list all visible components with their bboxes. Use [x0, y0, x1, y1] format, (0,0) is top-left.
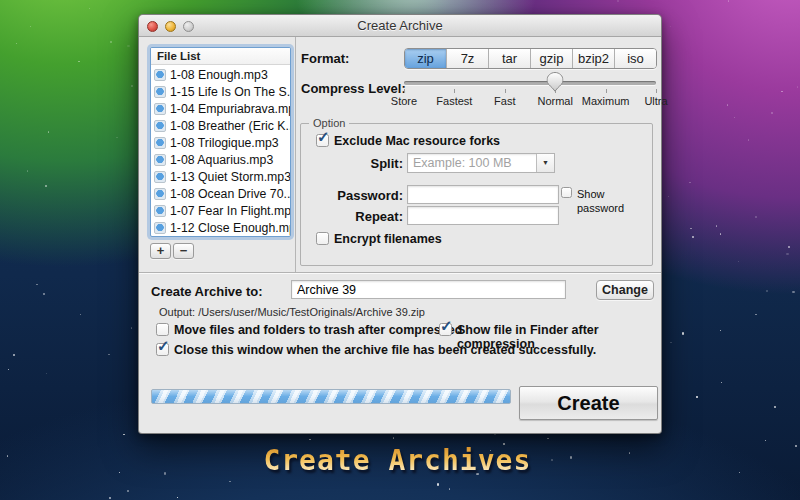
slider-tick: [454, 89, 455, 93]
star: [177, 497, 179, 499]
checkbox-exclude-forks[interactable]: Exclude Mac resource forks: [316, 134, 500, 148]
checkbox-move-to-trash[interactable]: Move files and folders to trash after co…: [156, 323, 462, 337]
star: [437, 483, 440, 486]
star: [116, 137, 118, 139]
slider-tick-label: Ultra: [644, 95, 667, 107]
slider-tick-label: Store: [391, 95, 417, 107]
caption-text: Create Archives: [263, 444, 531, 477]
repeat-label: Repeat:: [301, 209, 403, 224]
checkbox-encrypt-filenames[interactable]: Encrypt filenames: [316, 232, 442, 246]
star: [690, 228, 692, 230]
list-item[interactable]: 1-08 Breather (Eric K...: [151, 117, 290, 134]
file-list-header: File List: [151, 48, 290, 65]
format-segment-bzip2[interactable]: bzip2: [573, 49, 615, 68]
checkbox-box: [439, 323, 452, 336]
checkbox-close-window[interactable]: Close this window when the archive file …: [156, 343, 596, 357]
star: [43, 293, 45, 295]
titlebar[interactable]: Create Archive: [139, 15, 661, 37]
window-title: Create Archive: [139, 18, 661, 33]
format-segment-iso[interactable]: iso: [615, 49, 656, 68]
archive-name-field[interactable]: [291, 280, 566, 299]
star: [109, 497, 111, 499]
format-segment-7z[interactable]: 7z: [447, 49, 489, 68]
add-file-button[interactable]: +: [150, 243, 171, 259]
star: [131, 85, 133, 87]
audio-file-icon: [154, 103, 166, 115]
file-name: 1-08 Trilogique.mp3: [170, 136, 279, 150]
star: [692, 236, 694, 238]
star: [16, 43, 18, 45]
repeat-field[interactable]: [407, 206, 559, 225]
checkbox-box: [561, 187, 572, 198]
file-name: 1-08 Breather (Eric K...: [170, 119, 291, 133]
split-placeholder: Example: 100 MB: [408, 154, 536, 172]
star: [670, 342, 672, 344]
list-item[interactable]: 1-07 Fear In Flight.mp3: [151, 202, 290, 219]
star: [682, 332, 685, 335]
star: [229, 481, 231, 483]
format-segment-zip[interactable]: zip: [405, 49, 447, 68]
file-list[interactable]: File List 1-08 Enough.mp31-15 Life Is On…: [150, 47, 291, 237]
star: [119, 472, 121, 474]
list-item[interactable]: 1-08 Ocean Drive 70...: [151, 185, 290, 202]
checkbox-label: Move files and folders to trash after co…: [174, 323, 462, 337]
star: [721, 382, 723, 384]
star: [689, 182, 691, 184]
star: [449, 488, 451, 490]
slider-tick-label: Normal: [537, 95, 572, 107]
star: [46, 373, 48, 375]
chevron-down-icon[interactable]: ▼: [536, 154, 554, 172]
star: [570, 456, 573, 459]
star: [110, 41, 112, 43]
split-combobox[interactable]: Example: 100 MB ▼: [407, 153, 555, 173]
star: [8, 369, 10, 371]
checkbox-label: Close this window when the archive file …: [174, 343, 596, 357]
star: [765, 440, 767, 442]
star: [795, 445, 797, 447]
list-item[interactable]: 1-08 Trilogique.mp3: [151, 134, 290, 151]
file-name: 1-13 Quiet Storm.mp3: [170, 170, 291, 184]
format-segment-tar[interactable]: tar: [489, 49, 531, 68]
star: [668, 196, 670, 198]
star: [786, 253, 789, 256]
list-item[interactable]: 1-12 Close Enough.mp3: [151, 219, 290, 236]
star: [739, 472, 741, 474]
create-button[interactable]: Create: [519, 386, 658, 420]
star: [766, 290, 768, 292]
list-item[interactable]: 1-08 Aquarius.mp3: [151, 151, 290, 168]
list-item[interactable]: 1-04 Empuriabrava.mp3: [151, 100, 290, 117]
split-label: Split:: [301, 156, 403, 171]
slider-tick-label: Fastest: [436, 95, 472, 107]
file-list-items: 1-08 Enough.mp31-15 Life Is On The S...1…: [151, 65, 290, 236]
file-name: 1-07 Fear In Flight.mp3: [170, 204, 291, 218]
slider-thumb[interactable]: [547, 72, 564, 95]
compress-level-slider[interactable]: StoreFastestFastNormalMaximumUltra: [404, 73, 656, 117]
star: [27, 170, 29, 172]
slider-track[interactable]: [404, 81, 656, 85]
list-item[interactable]: 1-13 Quiet Storm.mp3: [151, 168, 290, 185]
star: [48, 131, 50, 133]
list-item[interactable]: 1-15 Life Is On The S...: [151, 83, 290, 100]
star: [728, 0, 730, 2]
output-path: Output: /Users/user/Music/TestOriginals/…: [159, 306, 425, 318]
star: [30, 26, 32, 28]
audio-file-icon: [154, 188, 166, 200]
slider-tick: [505, 89, 506, 93]
star: [131, 327, 133, 329]
checkbox-box: [316, 134, 329, 147]
vertical-divider: [295, 37, 296, 272]
audio-file-icon: [154, 86, 166, 98]
star: [738, 261, 740, 263]
file-name: 1-08 Ocean Drive 70...: [170, 187, 291, 201]
star: [755, 314, 757, 316]
remove-file-button[interactable]: −: [173, 243, 194, 259]
change-button[interactable]: Change: [596, 280, 654, 300]
star: [127, 45, 130, 48]
compress-level-label: Compress Level:: [301, 81, 406, 96]
star: [696, 396, 698, 398]
password-field[interactable]: [407, 185, 559, 204]
format-segment-gzip[interactable]: gzip: [531, 49, 573, 68]
checkbox-show-password[interactable]: Show password: [561, 187, 652, 215]
list-item[interactable]: 1-08 Enough.mp3: [151, 66, 290, 83]
checkbox-box: [156, 323, 169, 336]
